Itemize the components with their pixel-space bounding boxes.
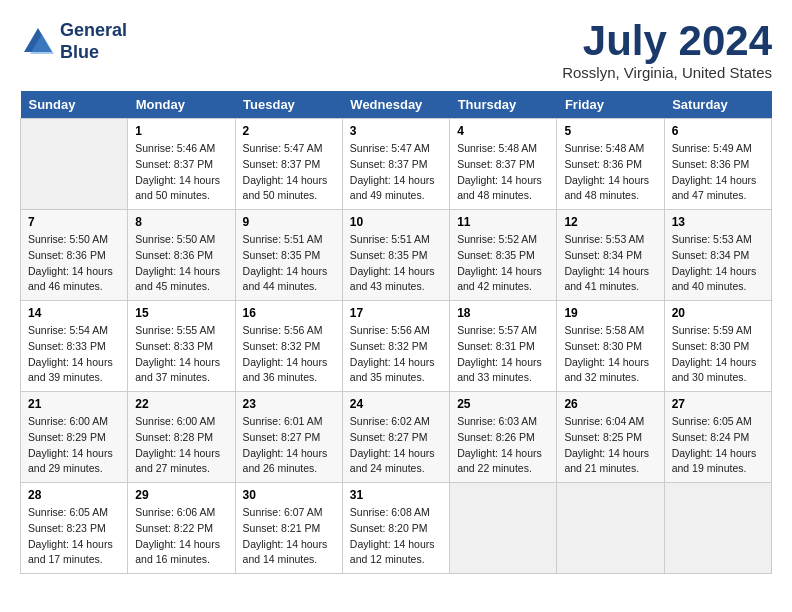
day-detail: Sunrise: 5:50 AM Sunset: 8:36 PM Dayligh… <box>135 232 227 295</box>
calendar-cell: 11Sunrise: 5:52 AM Sunset: 8:35 PM Dayli… <box>450 210 557 301</box>
day-number: 18 <box>457 306 549 320</box>
day-number: 3 <box>350 124 442 138</box>
calendar-cell <box>21 119 128 210</box>
week-row-4: 21Sunrise: 6:00 AM Sunset: 8:29 PM Dayli… <box>21 392 772 483</box>
day-detail: Sunrise: 5:53 AM Sunset: 8:34 PM Dayligh… <box>672 232 764 295</box>
day-detail: Sunrise: 5:57 AM Sunset: 8:31 PM Dayligh… <box>457 323 549 386</box>
day-number: 8 <box>135 215 227 229</box>
day-number: 27 <box>672 397 764 411</box>
calendar-cell: 14Sunrise: 5:54 AM Sunset: 8:33 PM Dayli… <box>21 301 128 392</box>
day-number: 4 <box>457 124 549 138</box>
header-thursday: Thursday <box>450 91 557 119</box>
day-number: 6 <box>672 124 764 138</box>
calendar-cell: 24Sunrise: 6:02 AM Sunset: 8:27 PM Dayli… <box>342 392 449 483</box>
calendar-cell: 3Sunrise: 5:47 AM Sunset: 8:37 PM Daylig… <box>342 119 449 210</box>
day-detail: Sunrise: 6:03 AM Sunset: 8:26 PM Dayligh… <box>457 414 549 477</box>
day-detail: Sunrise: 5:52 AM Sunset: 8:35 PM Dayligh… <box>457 232 549 295</box>
week-row-3: 14Sunrise: 5:54 AM Sunset: 8:33 PM Dayli… <box>21 301 772 392</box>
calendar-cell: 1Sunrise: 5:46 AM Sunset: 8:37 PM Daylig… <box>128 119 235 210</box>
week-row-1: 1Sunrise: 5:46 AM Sunset: 8:37 PM Daylig… <box>21 119 772 210</box>
day-detail: Sunrise: 5:56 AM Sunset: 8:32 PM Dayligh… <box>350 323 442 386</box>
calendar-cell: 15Sunrise: 5:55 AM Sunset: 8:33 PM Dayli… <box>128 301 235 392</box>
day-number: 25 <box>457 397 549 411</box>
day-detail: Sunrise: 5:51 AM Sunset: 8:35 PM Dayligh… <box>350 232 442 295</box>
calendar-cell: 29Sunrise: 6:06 AM Sunset: 8:22 PM Dayli… <box>128 483 235 574</box>
week-row-2: 7Sunrise: 5:50 AM Sunset: 8:36 PM Daylig… <box>21 210 772 301</box>
day-number: 10 <box>350 215 442 229</box>
calendar-cell: 4Sunrise: 5:48 AM Sunset: 8:37 PM Daylig… <box>450 119 557 210</box>
day-detail: Sunrise: 5:51 AM Sunset: 8:35 PM Dayligh… <box>243 232 335 295</box>
day-detail: Sunrise: 5:58 AM Sunset: 8:30 PM Dayligh… <box>564 323 656 386</box>
title-block: July 2024 Rosslyn, Virginia, United Stat… <box>562 20 772 81</box>
calendar-cell: 13Sunrise: 5:53 AM Sunset: 8:34 PM Dayli… <box>664 210 771 301</box>
calendar-cell: 18Sunrise: 5:57 AM Sunset: 8:31 PM Dayli… <box>450 301 557 392</box>
day-detail: Sunrise: 5:47 AM Sunset: 8:37 PM Dayligh… <box>243 141 335 204</box>
calendar-cell: 12Sunrise: 5:53 AM Sunset: 8:34 PM Dayli… <box>557 210 664 301</box>
calendar-cell: 23Sunrise: 6:01 AM Sunset: 8:27 PM Dayli… <box>235 392 342 483</box>
calendar-cell: 31Sunrise: 6:08 AM Sunset: 8:20 PM Dayli… <box>342 483 449 574</box>
day-number: 31 <box>350 488 442 502</box>
location: Rosslyn, Virginia, United States <box>562 64 772 81</box>
calendar-cell: 21Sunrise: 6:00 AM Sunset: 8:29 PM Dayli… <box>21 392 128 483</box>
day-number: 1 <box>135 124 227 138</box>
day-detail: Sunrise: 5:48 AM Sunset: 8:36 PM Dayligh… <box>564 141 656 204</box>
day-number: 24 <box>350 397 442 411</box>
day-detail: Sunrise: 5:54 AM Sunset: 8:33 PM Dayligh… <box>28 323 120 386</box>
day-number: 21 <box>28 397 120 411</box>
calendar-cell <box>450 483 557 574</box>
calendar-cell: 17Sunrise: 5:56 AM Sunset: 8:32 PM Dayli… <box>342 301 449 392</box>
day-detail: Sunrise: 6:00 AM Sunset: 8:29 PM Dayligh… <box>28 414 120 477</box>
calendar-table: SundayMondayTuesdayWednesdayThursdayFrid… <box>20 91 772 574</box>
page-header: General Blue July 2024 Rosslyn, Virginia… <box>20 20 772 81</box>
day-number: 13 <box>672 215 764 229</box>
day-detail: Sunrise: 6:05 AM Sunset: 8:24 PM Dayligh… <box>672 414 764 477</box>
day-number: 20 <box>672 306 764 320</box>
day-detail: Sunrise: 5:46 AM Sunset: 8:37 PM Dayligh… <box>135 141 227 204</box>
day-detail: Sunrise: 6:01 AM Sunset: 8:27 PM Dayligh… <box>243 414 335 477</box>
day-number: 16 <box>243 306 335 320</box>
day-number: 17 <box>350 306 442 320</box>
calendar-cell: 8Sunrise: 5:50 AM Sunset: 8:36 PM Daylig… <box>128 210 235 301</box>
day-detail: Sunrise: 5:59 AM Sunset: 8:30 PM Dayligh… <box>672 323 764 386</box>
calendar-cell: 10Sunrise: 5:51 AM Sunset: 8:35 PM Dayli… <box>342 210 449 301</box>
day-detail: Sunrise: 6:02 AM Sunset: 8:27 PM Dayligh… <box>350 414 442 477</box>
header-wednesday: Wednesday <box>342 91 449 119</box>
day-number: 19 <box>564 306 656 320</box>
day-detail: Sunrise: 5:49 AM Sunset: 8:36 PM Dayligh… <box>672 141 764 204</box>
day-detail: Sunrise: 6:07 AM Sunset: 8:21 PM Dayligh… <box>243 505 335 568</box>
day-number: 12 <box>564 215 656 229</box>
header-sunday: Sunday <box>21 91 128 119</box>
week-row-5: 28Sunrise: 6:05 AM Sunset: 8:23 PM Dayli… <box>21 483 772 574</box>
calendar-cell: 7Sunrise: 5:50 AM Sunset: 8:36 PM Daylig… <box>21 210 128 301</box>
day-detail: Sunrise: 5:55 AM Sunset: 8:33 PM Dayligh… <box>135 323 227 386</box>
day-number: 29 <box>135 488 227 502</box>
day-number: 2 <box>243 124 335 138</box>
calendar-cell: 27Sunrise: 6:05 AM Sunset: 8:24 PM Dayli… <box>664 392 771 483</box>
calendar-header-row: SundayMondayTuesdayWednesdayThursdayFrid… <box>21 91 772 119</box>
calendar-cell: 5Sunrise: 5:48 AM Sunset: 8:36 PM Daylig… <box>557 119 664 210</box>
logo: General Blue <box>20 20 127 63</box>
day-number: 15 <box>135 306 227 320</box>
day-number: 28 <box>28 488 120 502</box>
day-number: 22 <box>135 397 227 411</box>
calendar-cell: 2Sunrise: 5:47 AM Sunset: 8:37 PM Daylig… <box>235 119 342 210</box>
day-detail: Sunrise: 5:56 AM Sunset: 8:32 PM Dayligh… <box>243 323 335 386</box>
day-detail: Sunrise: 6:04 AM Sunset: 8:25 PM Dayligh… <box>564 414 656 477</box>
calendar-cell: 26Sunrise: 6:04 AM Sunset: 8:25 PM Dayli… <box>557 392 664 483</box>
calendar-cell: 16Sunrise: 5:56 AM Sunset: 8:32 PM Dayli… <box>235 301 342 392</box>
calendar-cell: 19Sunrise: 5:58 AM Sunset: 8:30 PM Dayli… <box>557 301 664 392</box>
day-number: 7 <box>28 215 120 229</box>
month-title: July 2024 <box>562 20 772 62</box>
calendar-cell: 30Sunrise: 6:07 AM Sunset: 8:21 PM Dayli… <box>235 483 342 574</box>
calendar-cell: 22Sunrise: 6:00 AM Sunset: 8:28 PM Dayli… <box>128 392 235 483</box>
calendar-cell: 9Sunrise: 5:51 AM Sunset: 8:35 PM Daylig… <box>235 210 342 301</box>
day-number: 30 <box>243 488 335 502</box>
day-detail: Sunrise: 6:08 AM Sunset: 8:20 PM Dayligh… <box>350 505 442 568</box>
day-number: 5 <box>564 124 656 138</box>
header-friday: Friday <box>557 91 664 119</box>
calendar-cell <box>557 483 664 574</box>
day-detail: Sunrise: 5:53 AM Sunset: 8:34 PM Dayligh… <box>564 232 656 295</box>
day-detail: Sunrise: 6:05 AM Sunset: 8:23 PM Dayligh… <box>28 505 120 568</box>
calendar-cell <box>664 483 771 574</box>
calendar-cell: 28Sunrise: 6:05 AM Sunset: 8:23 PM Dayli… <box>21 483 128 574</box>
